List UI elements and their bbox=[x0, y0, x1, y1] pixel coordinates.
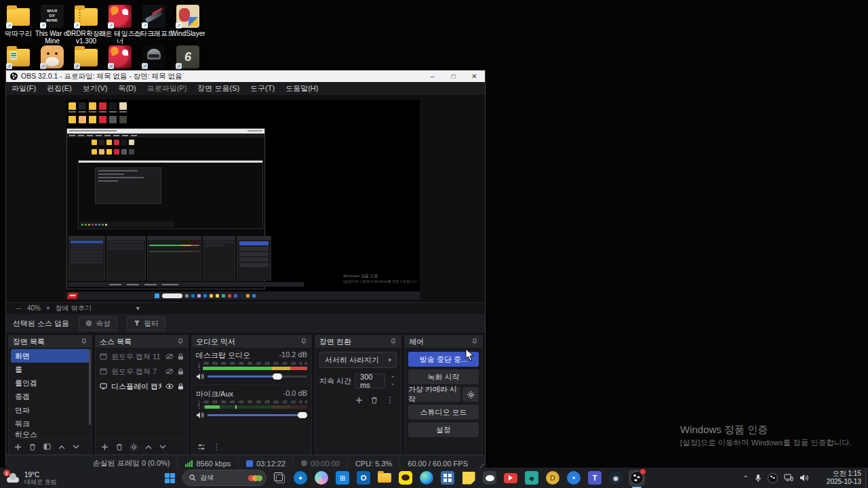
network-icon[interactable] bbox=[784, 474, 793, 482]
move-scene-up-button[interactable] bbox=[58, 445, 65, 449]
file-explorer-icon[interactable] bbox=[376, 470, 393, 486]
menu-edit[interactable]: 편집(E) bbox=[41, 83, 77, 94]
source-row[interactable]: 디스플레이 캡쳐 bbox=[96, 379, 188, 394]
transition-type-select[interactable]: 서서히 사라지기▾ bbox=[319, 352, 397, 368]
game-app-icon[interactable]: ◆ bbox=[524, 470, 540, 486]
calculator-icon[interactable] bbox=[439, 470, 456, 486]
start-virtual-camera-button[interactable]: 가상 카메라 시작 bbox=[408, 387, 460, 402]
fit-to-window-label[interactable]: 창에 맞추기 bbox=[56, 304, 92, 313]
scene-item[interactable]: 던파 bbox=[11, 403, 90, 417]
desktop-icon-pubg[interactable]: ↗ bbox=[137, 43, 171, 69]
eye-slash-icon[interactable] bbox=[165, 368, 174, 375]
menu-help[interactable]: 도움말(H) bbox=[280, 83, 323, 94]
properties-button[interactable]: 속성 bbox=[79, 317, 117, 331]
duration-input[interactable]: 300 ms bbox=[355, 373, 385, 388]
duration-spinner[interactable]: ⌃⌄ bbox=[389, 376, 397, 386]
menu-view[interactable]: 보기(V) bbox=[77, 83, 113, 94]
blue-app-icon[interactable]: ✶ bbox=[566, 470, 582, 486]
eye-slash-icon[interactable] bbox=[165, 353, 174, 360]
pin-icon[interactable] bbox=[390, 338, 397, 345]
source-row[interactable]: 윈도우 캡쳐 7 bbox=[96, 364, 188, 379]
speaker-icon[interactable] bbox=[196, 373, 204, 380]
start-button[interactable] bbox=[161, 470, 178, 486]
zoom-out-button[interactable]: — bbox=[16, 305, 22, 312]
desktop-icon[interactable]: ↗ bbox=[69, 43, 103, 69]
store-icon[interactable]: ⊞ bbox=[334, 470, 351, 486]
taskbar-weather-widget[interactable]: 6 19°C 대체로 흐림 bbox=[5, 471, 57, 485]
add-scene-button[interactable] bbox=[14, 443, 22, 451]
lock-icon[interactable] bbox=[178, 353, 184, 360]
menu-scene-collection[interactable]: 장면 모음(S) bbox=[192, 83, 245, 94]
steam-icon[interactable]: ◉ bbox=[608, 470, 624, 486]
desktop-icon-r6s[interactable]: 6↗ bbox=[171, 43, 205, 69]
scene-item[interactable]: 종겜 bbox=[11, 390, 90, 403]
kebab-menu-icon[interactable]: ⋮ bbox=[213, 443, 220, 451]
maximize-button[interactable]: □ bbox=[443, 70, 464, 82]
menu-tools[interactable]: 도구(T) bbox=[245, 83, 280, 94]
kakaotalk-icon[interactable] bbox=[397, 470, 414, 486]
desktop-icon[interactable]: ↗ bbox=[103, 43, 137, 69]
transition-properties-icon[interactable]: ⋮ bbox=[386, 395, 394, 405]
copilot-icon[interactable] bbox=[313, 470, 330, 486]
volume-icon[interactable] bbox=[800, 474, 808, 482]
channel-menu-icon[interactable]: ⋮⋮ bbox=[196, 400, 203, 409]
zoom-dropdown-caret[interactable]: ▾ bbox=[136, 304, 140, 312]
pin-icon[interactable] bbox=[81, 338, 87, 345]
volume-slider[interactable] bbox=[208, 375, 307, 378]
desktop-icon-starcraft[interactable]: ↗ 스타크래프트 bbox=[137, 3, 171, 45]
desktop-icon-windslayer[interactable]: ↗ WindSlayer bbox=[171, 3, 205, 45]
menu-docks[interactable]: 독(D) bbox=[113, 83, 141, 94]
pin-icon[interactable] bbox=[300, 338, 307, 345]
move-scene-down-button[interactable] bbox=[73, 445, 79, 449]
scene-item[interactable]: 워크 bbox=[11, 417, 90, 430]
close-button[interactable]: ✕ bbox=[464, 70, 485, 82]
start-recording-button[interactable]: 녹화 시작 bbox=[408, 369, 479, 384]
microphone-icon[interactable] bbox=[755, 474, 762, 483]
task-view-icon[interactable] bbox=[271, 470, 288, 486]
search-box[interactable]: 검색 bbox=[182, 470, 267, 486]
youtube-icon[interactable] bbox=[502, 470, 519, 486]
teams-icon[interactable]: T bbox=[587, 470, 603, 486]
remove-transition-button[interactable] bbox=[371, 396, 378, 404]
studio-mode-button[interactable]: 스튜디오 모드 bbox=[408, 405, 479, 420]
desktop-icon-talesrunner[interactable]: ↗ 라온 테일즈런너 bbox=[103, 3, 137, 45]
sticky-notes-icon[interactable] bbox=[460, 470, 477, 486]
hidden-icons-chevron[interactable]: ⌃ bbox=[743, 474, 749, 482]
scene-filters-button[interactable] bbox=[43, 443, 51, 450]
lock-icon[interactable] bbox=[178, 368, 184, 375]
d-coin-icon[interactable]: D bbox=[545, 470, 561, 486]
settings-button[interactable]: 설정 bbox=[408, 422, 479, 437]
minimize-button[interactable]: – bbox=[422, 70, 443, 82]
speaker-icon[interactable] bbox=[196, 411, 204, 419]
pin-icon[interactable] bbox=[177, 338, 184, 345]
obs-tray-icon[interactable] bbox=[768, 473, 778, 483]
taskbar-clock[interactable]: 오전 1:15 2025-10-13 bbox=[827, 470, 861, 486]
volume-slider[interactable] bbox=[208, 414, 307, 416]
show-desktop-button[interactable] bbox=[865, 468, 868, 488]
edge-icon[interactable] bbox=[418, 470, 435, 486]
remove-scene-button[interactable] bbox=[29, 443, 36, 451]
outlook-icon[interactable]: O bbox=[355, 470, 372, 486]
source-properties-button[interactable] bbox=[130, 443, 138, 451]
move-source-up-button[interactable] bbox=[145, 445, 152, 449]
lock-icon[interactable] bbox=[178, 383, 184, 390]
virtual-camera-settings-button[interactable] bbox=[462, 387, 479, 402]
display-capture-preview[interactable]: Windows 정품 인증 [설정]으로 이동하여 Windows를 정품 인증… bbox=[66, 100, 420, 300]
move-source-down-button[interactable] bbox=[159, 445, 166, 449]
pin-icon[interactable] bbox=[471, 338, 478, 345]
add-transition-button[interactable] bbox=[355, 396, 363, 404]
filters-button[interactable]: 필터 bbox=[127, 317, 165, 331]
remove-source-button[interactable] bbox=[116, 443, 123, 451]
desktop-icon[interactable]: ↗ bbox=[35, 43, 69, 69]
title-bar[interactable]: OBS 32.0.1 - 프로파일: 제목 없음 - 장면: 제목 없음 – □… bbox=[6, 70, 485, 82]
scene-item[interactable]: 롤 bbox=[11, 363, 90, 376]
add-source-button[interactable] bbox=[101, 443, 108, 451]
source-row[interactable]: 윈도우 캡쳐 11 bbox=[96, 349, 188, 364]
scrollbar[interactable] bbox=[89, 349, 91, 425]
discord-icon[interactable] bbox=[481, 470, 498, 486]
menu-file[interactable]: 파일(F) bbox=[6, 83, 41, 94]
scene-item[interactable]: 화면 bbox=[11, 349, 90, 363]
eye-icon[interactable] bbox=[165, 383, 174, 390]
scene-item[interactable]: 히오스 bbox=[11, 430, 90, 439]
channel-menu-icon[interactable]: ⋮⋮ bbox=[196, 361, 203, 370]
